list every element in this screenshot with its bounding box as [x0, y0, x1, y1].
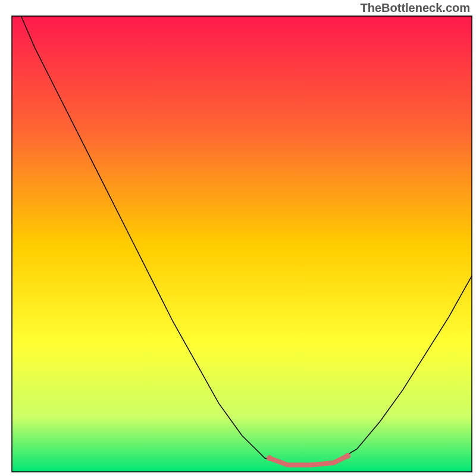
- highlight-marker: [267, 455, 273, 461]
- bottleneck-chart: [0, 0, 476, 476]
- highlight-marker: [345, 453, 350, 459]
- watermark-text: TheBottleneck.com: [361, 1, 470, 15]
- chart-container: [0, 0, 476, 476]
- chart-background: [12, 16, 472, 472]
